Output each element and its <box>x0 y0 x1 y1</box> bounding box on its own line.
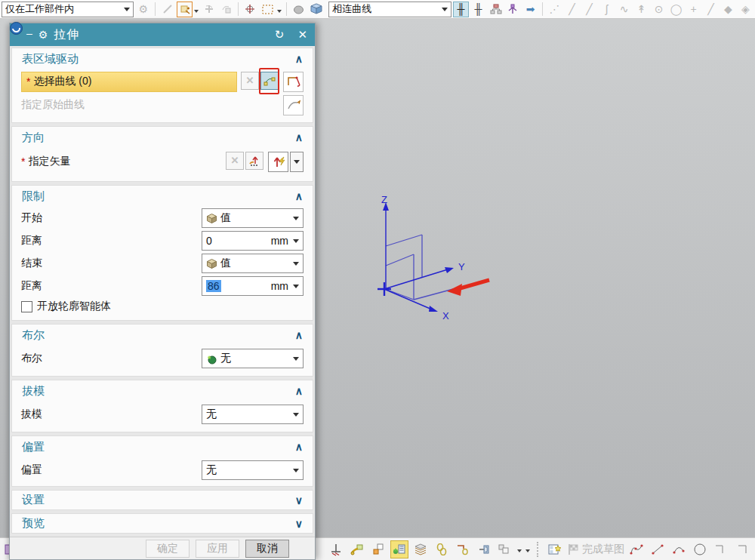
cancel-button[interactable]: 取消 <box>245 540 289 558</box>
chevron-down-icon[interactable] <box>517 549 522 555</box>
line3-tool-icon[interactable]: ╱ <box>703 2 719 17</box>
section-limits: 限制 ∧ 开始 值 距离 0 mm 结束 <box>11 185 313 321</box>
select-curve-label: 选择曲线 (0) <box>33 75 91 88</box>
sketch-section-button[interactable] <box>283 72 304 92</box>
start-label: 开始 <box>21 211 42 225</box>
start-distance-input[interactable]: 0 mm <box>202 231 304 251</box>
draft-dropdown[interactable]: 无 <box>202 405 304 424</box>
circle-center-icon[interactable]: ⊙ <box>651 2 667 17</box>
shaded-sphere-icon[interactable] <box>291 2 307 17</box>
clamp-tool-icon[interactable] <box>475 540 493 558</box>
deselect-button[interactable]: ✕ <box>241 72 259 90</box>
section-preview-header[interactable]: 预览 ∨ <box>12 514 313 533</box>
hook-chain-icon[interactable] <box>454 540 472 558</box>
shaded-cube-icon[interactable] <box>308 2 324 17</box>
ok-button[interactable]: 确定 <box>146 540 190 558</box>
collapse-chevron-icon[interactable]: ∧ <box>295 385 303 397</box>
plus-tool-icon[interactable]: + <box>686 2 701 17</box>
apply-button[interactable]: 应用 <box>196 540 239 558</box>
separator <box>286 2 287 16</box>
section-settings-header[interactable]: 设置 ∨ <box>12 491 313 509</box>
vector-direction-button[interactable] <box>268 152 288 172</box>
window-star-icon[interactable] <box>546 540 564 558</box>
required-asterisk: * <box>21 155 25 168</box>
point-cloud-icon[interactable]: ⋰ <box>547 2 562 17</box>
curve-tool-icon[interactable]: ʃ <box>599 2 615 17</box>
snap-point-icon[interactable] <box>159 2 175 17</box>
add-snap-icon[interactable] <box>201 2 217 17</box>
gear-icon[interactable]: ⚙ <box>39 29 48 41</box>
dialog-body: 表区域驱动 ∧ * 选择曲线 (0) ✕ <box>10 46 315 537</box>
start-type-dropdown[interactable]: 值 <box>202 208 304 228</box>
section-region-header[interactable]: 表区域驱动 ∧ <box>12 48 313 69</box>
linked-boxes-icon[interactable] <box>369 540 387 558</box>
collapse-chevron-icon[interactable]: ∧ <box>295 329 303 341</box>
hierarchy-icon[interactable] <box>488 2 504 17</box>
select-curve-field[interactable]: * 选择曲线 (0) <box>21 72 237 92</box>
offset-value: 无 <box>206 463 293 477</box>
end-type-dropdown[interactable]: 值 <box>202 254 304 273</box>
fillet-sketch-icon[interactable] <box>712 540 730 558</box>
snap-filter-icon[interactable] <box>177 2 193 17</box>
selection-scope-dropdown[interactable]: 仅在工作部件内 <box>2 2 134 17</box>
rectangle-select-icon[interactable] <box>260 2 276 17</box>
open-profile-checkbox[interactable] <box>21 301 32 312</box>
expand-chevron-icon[interactable]: ∨ <box>295 494 303 506</box>
deselect-vector-button[interactable]: ✕ <box>226 152 244 170</box>
collapse-chevron-icon[interactable]: ∧ <box>295 131 303 143</box>
follow-arrow-icon[interactable]: ➡ <box>522 2 538 17</box>
patch-tool-icon[interactable]: ◆ <box>720 2 736 17</box>
chamfer-sketch-icon[interactable] <box>733 540 751 558</box>
minimize-button[interactable]: – <box>26 27 32 39</box>
branch-icon[interactable] <box>505 2 521 17</box>
point-on-curve-icon[interactable] <box>242 2 258 17</box>
collapse-chevron-icon[interactable]: ∧ <box>295 190 303 202</box>
deselect-x-icon: ✕ <box>246 75 254 86</box>
perpendicular-constraint-icon[interactable] <box>327 540 345 558</box>
section-offset-header[interactable]: 偏置 ∧ <box>12 436 313 457</box>
circle-sketch-icon[interactable] <box>691 540 709 558</box>
curve-select-button[interactable] <box>260 72 279 90</box>
finish-sketch-button[interactable]: 完成草图 <box>567 543 624 556</box>
vector-options-dropdown[interactable] <box>290 152 304 172</box>
gears-icon[interactable]: ⚙ <box>135 2 151 17</box>
chevron-down-icon[interactable] <box>525 549 530 555</box>
line-sketch-icon[interactable] <box>649 540 667 558</box>
collapse-chevron-icon[interactable]: ∧ <box>295 441 303 453</box>
section-direction-header[interactable]: 方向 ∧ <box>12 127 313 148</box>
collapse-chevron-icon[interactable]: ∧ <box>295 53 303 65</box>
cubes-icon[interactable] <box>496 540 514 558</box>
vector-dialog-button[interactable] <box>245 152 263 170</box>
reset-button[interactable]: ↻ <box>275 28 285 42</box>
circle-tool-icon[interactable]: ◯ <box>668 2 684 17</box>
boolean-dropdown[interactable]: 无 <box>202 349 304 368</box>
origin-curve-button[interactable] <box>283 95 304 115</box>
expand-chevron-icon[interactable]: ∨ <box>295 518 303 530</box>
line-tool-icon[interactable]: ╱ <box>564 2 580 17</box>
normal-tool-icon[interactable]: ↟ <box>633 2 649 17</box>
section-draft-header[interactable]: 拔模 ∧ <box>12 380 313 402</box>
surface-tool-icon[interactable]: ◈ <box>738 2 753 17</box>
close-button[interactable]: ✕ <box>297 28 307 42</box>
sketch-profile[interactable] <box>385 235 453 300</box>
dialog-titlebar[interactable]: – ⚙ 拉伸 ↻ ✕ <box>10 23 315 46</box>
chain-link-icon[interactable] <box>433 540 451 558</box>
offset-dropdown[interactable]: 无 <box>202 460 304 480</box>
pattern-feature-icon[interactable] <box>390 540 408 558</box>
curve-rule-dropdown[interactable]: 相连曲线 <box>328 2 451 17</box>
end-distance-input[interactable]: 86 mm <box>202 276 304 296</box>
arc-sketch-icon[interactable] <box>670 540 688 558</box>
section-limits-header[interactable]: 限制 ∧ <box>12 186 313 207</box>
chevron-down-icon[interactable] <box>277 10 282 15</box>
chevron-down-icon[interactable] <box>194 10 199 15</box>
snap-handle-icon[interactable] <box>218 2 234 17</box>
stop-at-corner-icon[interactable]: ╫ <box>470 2 486 17</box>
layered-box-icon[interactable] <box>411 540 430 558</box>
offset-label: 偏置 <box>21 463 42 477</box>
section-boolean-header[interactable]: 布尔 ∧ <box>12 325 313 346</box>
stop-at-intersection-icon[interactable]: ╫ <box>453 2 469 17</box>
studio-spline-icon[interactable] <box>627 540 646 558</box>
line2-tool-icon[interactable]: ╱ <box>581 2 597 17</box>
tool-wrench-icon[interactable] <box>348 540 366 558</box>
spline-tool-icon[interactable]: ∿ <box>616 2 632 17</box>
